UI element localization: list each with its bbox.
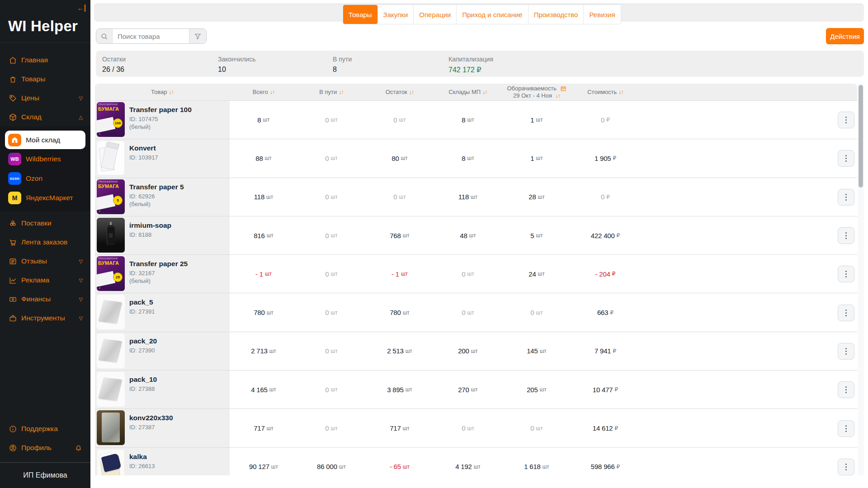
column-header-товар[interactable]: Товар ↓↑ <box>95 84 230 100</box>
sidebar-subitem-label: ЯндексМаркет <box>26 194 73 202</box>
row-actions-button[interactable] <box>838 305 854 321</box>
sidebar-item-профиль[interactable]: Профиль <box>0 438 90 457</box>
table-row[interactable]: KonvertID: 10391788шт0шт80шт8шт1шт1 905₽ <box>95 139 857 178</box>
cell-mp-warehouses: 4 192шт <box>434 448 502 475</box>
user-icon <box>9 444 17 452</box>
row-actions-button[interactable] <box>838 150 854 167</box>
cell-cost: 0₽ <box>571 178 639 216</box>
actions-button[interactable]: Действия <box>826 28 864 44</box>
sidebar-item-склад[interactable]: Склад△ <box>0 108 90 127</box>
row-actions-button[interactable] <box>838 420 854 437</box>
product-id: ID: 27388 <box>129 385 157 392</box>
product-cell: pack_20ID: 27390 <box>95 332 230 370</box>
sidebar-subitem-мой-склад-active[interactable]: Мой склад <box>5 131 85 149</box>
sidebar-item-лента-заказов[interactable]: Лента заказов <box>0 233 90 252</box>
tab-производство[interactable]: Производство <box>528 5 584 24</box>
chevron-down-icon: ▽ <box>79 95 83 101</box>
table-row[interactable]: konv220x330ID: 27387717шт0шт717шт0шт0шт1… <box>95 409 857 447</box>
cell-in-transit: 0шт <box>297 293 365 331</box>
cell-in-transit: 0шт <box>297 371 365 408</box>
row-actions-button[interactable] <box>838 189 854 206</box>
collapse-sidebar-icon[interactable]: ← <box>77 5 85 12</box>
table-row[interactable]: pack_20ID: 273902 713шт0шт2 513шт200шт14… <box>95 332 857 371</box>
table-row[interactable]: pack_10ID: 273884 165шт0шт3 895шт270шт20… <box>95 371 857 409</box>
sidebar-item-поставки[interactable]: Поставки <box>0 214 90 233</box>
product-name: pack_20 <box>129 337 157 345</box>
sidebar-item-отзывы[interactable]: Отзывы▽ <box>0 252 90 271</box>
sidebar-item-label: Поставки <box>21 219 52 227</box>
column-header-стоимость[interactable]: Стоимость ↓↑ <box>571 84 639 100</box>
cell-in-transit: 0шт <box>297 178 365 216</box>
scrollbar-thumb[interactable] <box>859 85 863 188</box>
cell-cost: - 204₽ <box>571 255 639 293</box>
info-icon <box>9 425 17 433</box>
cell-turnover: 0шт <box>502 409 571 447</box>
sidebar-item-label: Товары <box>21 75 45 83</box>
product-info: Transfer paper 5ID: 62926(белый) <box>125 179 184 216</box>
sidebar-item-главная[interactable]: Главная <box>0 51 90 70</box>
tab-ревизия[interactable]: Ревизия <box>583 5 620 24</box>
tab-приход-и-списание[interactable]: Приход и списание <box>456 5 528 24</box>
column-header-всего[interactable]: Всего ↓↑ <box>230 84 297 100</box>
row-actions-button[interactable] <box>838 112 854 128</box>
table-row[interactable]: kalkaID: 2661390 127шт86 000шт- 65шт4 19… <box>95 448 857 475</box>
table-row[interactable]: ТРАНСФЕРНАЯБУМАГА5Transfer paper 5ID: 62… <box>95 178 857 216</box>
cell-mp-warehouses: 118шт <box>434 178 502 216</box>
sidebar-item-цены[interactable]: Цены▽ <box>0 89 90 108</box>
cell-total: - 1шт <box>230 255 297 293</box>
cell-cost: 1 905₽ <box>571 139 639 177</box>
filter-button[interactable] <box>189 29 206 43</box>
sidebar-item-товары[interactable]: Товары <box>0 70 90 89</box>
column-header-оборачиваемость[interactable]: Оборачиваемость 29 Окт - 4 Ноя ↓↑ <box>502 84 571 100</box>
sidebar-item-инструменты[interactable]: Инструменты▽ <box>0 309 90 328</box>
tab-товары[interactable]: Товары <box>343 5 377 24</box>
calendar-icon <box>560 85 566 92</box>
table-row[interactable]: pack_5ID: 27391780шт0шт780шт0шт0шт663₽ <box>95 293 857 332</box>
cell-cost: 422 400₽ <box>571 216 639 254</box>
search-icon <box>96 29 113 43</box>
tab-операции[interactable]: Операции <box>413 5 456 24</box>
column-header-остаток[interactable]: Остаток ↓↑ <box>365 84 434 100</box>
stat-label: В пути <box>333 56 352 63</box>
cell-in-transit: 86 000шт <box>297 448 365 475</box>
column-header-в-пути[interactable]: В пути ↓↑ <box>297 84 365 100</box>
sidebar-item-label: Инструменты <box>21 314 65 322</box>
sidebar-item-реклама[interactable]: Реклама▽ <box>0 271 90 290</box>
account-name[interactable]: ИП Ефимова <box>0 463 90 488</box>
product-variant: (белый) <box>129 277 188 284</box>
cell-cost: 0₽ <box>571 101 639 139</box>
cell-remainder: 717шт <box>365 409 434 447</box>
product-image <box>97 372 125 407</box>
cell-remainder: 80шт <box>365 139 434 177</box>
product-cell: irmium-soapID: 8188 <box>95 216 230 254</box>
cell-cost: 14 612₽ <box>571 409 639 447</box>
row-actions-button[interactable] <box>838 381 854 398</box>
product-name: Transfer paper 100 <box>129 106 192 114</box>
product-info: irmium-soapID: 8188 <box>125 218 171 254</box>
product-info: KonvertID: 103917 <box>125 141 158 177</box>
row-actions-button[interactable] <box>838 266 854 282</box>
row-actions-button[interactable] <box>838 343 854 360</box>
bell-icon[interactable] <box>74 444 83 452</box>
ozon-badge-icon: ozon <box>8 172 21 185</box>
column-header-склады-мп[interactable]: Склады МП ↓↑ <box>434 84 502 100</box>
sidebar-item-финансы[interactable]: Финансы▽ <box>0 290 90 309</box>
sidebar-subitem-ozon[interactable]: ozonOzon <box>0 169 90 188</box>
sidebar-item-label: Склад <box>21 113 42 121</box>
product-image: ТРАНСФЕРНАЯБУМАГА25 <box>97 256 125 291</box>
tab-закупки[interactable]: Закупки <box>377 5 414 24</box>
table-row[interactable]: ТРАНСФЕРНАЯБУМАГА100Transfer paper 100ID… <box>95 101 857 139</box>
row-actions-button[interactable] <box>838 459 854 475</box>
sidebar-item-поддержка[interactable]: Поддержка <box>0 419 90 438</box>
sidebar-subitem-wildberries[interactable]: WBWildberries <box>0 149 90 169</box>
warehouse-submenu: Мой складWBWildberriesozonOzonMЯндексМар… <box>0 127 90 211</box>
product-info: Transfer paper 100ID: 107475(белый) <box>125 102 192 139</box>
table-row[interactable]: ТРАНСФЕРНАЯБУМАГА25Transfer paper 25ID: … <box>95 255 857 293</box>
product-id: ID: 103917 <box>129 154 158 161</box>
table-row[interactable]: irmium-soapID: 8188816шт0шт768шт48шт5шт4… <box>95 216 857 255</box>
search-input[interactable] <box>113 29 189 43</box>
sidebar-subitem-яндексмаркет[interactable]: MЯндексМаркет <box>0 188 90 207</box>
product-variant: (белый) <box>129 123 192 130</box>
product-name: Transfer paper 5 <box>129 183 184 191</box>
row-actions-button[interactable] <box>838 227 854 244</box>
